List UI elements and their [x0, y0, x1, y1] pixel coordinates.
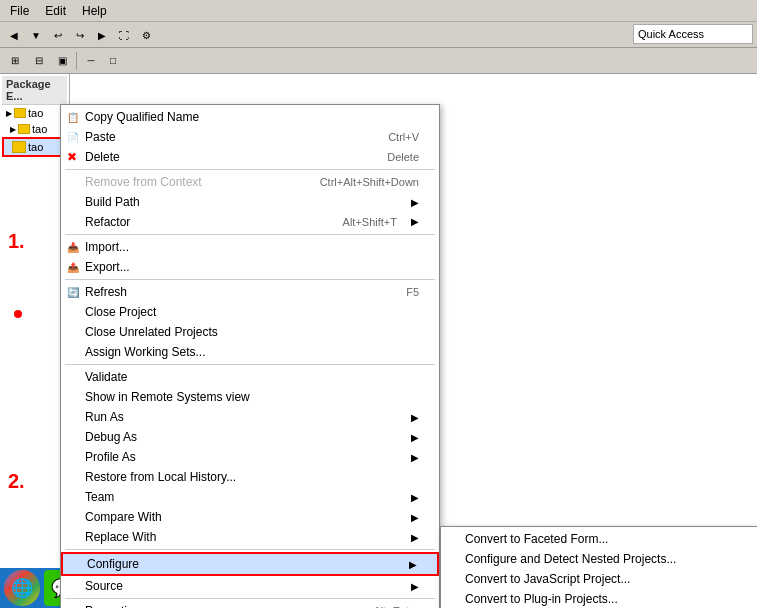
quick-access-box[interactable]: Quick Access	[633, 24, 753, 44]
menu-bar: File Edit Help	[0, 0, 757, 22]
toolbar-btn-3[interactable]: ↩	[48, 25, 68, 45]
menu-item-build-path[interactable]: Build Path ▶	[61, 192, 439, 212]
arrow-replace: ▶	[411, 532, 419, 543]
arrow-source: ▶	[411, 581, 419, 592]
menu-item-run-as[interactable]: Run As ▶	[61, 407, 439, 427]
menu-item-configure[interactable]: Configure ▶	[61, 552, 439, 576]
arrow-configure: ▶	[409, 559, 417, 570]
expand-icon-0: ▶	[6, 109, 12, 118]
menu-file[interactable]: File	[4, 0, 35, 21]
menu-item-delete[interactable]: ✖ Delete Delete	[61, 147, 439, 167]
menu-item-close-project[interactable]: Close Project	[61, 302, 439, 322]
context-menu: 📋 Copy Qualified Name 📄 Paste Ctrl+V ✖ D…	[60, 104, 440, 608]
folder-icon-1	[18, 124, 30, 134]
separator-2	[65, 234, 435, 235]
arrow-debug-as: ▶	[411, 432, 419, 443]
menu-item-close-unrelated[interactable]: Close Unrelated Projects	[61, 322, 439, 342]
sidebar-item-0[interactable]: ▶ tao	[2, 105, 67, 121]
menu-item-refactor[interactable]: Refactor Alt+Shift+T ▶	[61, 212, 439, 232]
toolbar-btn-1[interactable]: ◀	[4, 25, 24, 45]
arrow-refactor: ▶	[411, 216, 419, 228]
toolbar-btn-7[interactable]: ⚙	[136, 25, 156, 45]
arrow-run-as: ▶	[411, 412, 419, 423]
separator-5	[65, 549, 435, 550]
sidebar-item-2[interactable]: tao	[2, 137, 67, 157]
import-icon: 📥	[67, 242, 79, 253]
arrow-team: ▶	[411, 492, 419, 503]
separator-3	[65, 279, 435, 280]
paste-icon: 📄	[67, 132, 79, 143]
menu-item-import[interactable]: 📥 Import...	[61, 237, 439, 257]
configure-submenu: Convert to Faceted Form... Configure and…	[440, 526, 757, 608]
perspective-btn-3[interactable]: ▣	[52, 51, 72, 71]
submenu-item-javascript[interactable]: Convert to JavaScript Project...	[441, 569, 757, 589]
menu-edit[interactable]: Edit	[39, 0, 72, 21]
eclipse-header: File Edit Help ◀ ▼ ↩ ↪ ▶ ⛶ ⚙ Quick Acces…	[0, 0, 757, 48]
separator-6	[65, 598, 435, 599]
arrow-compare: ▶	[411, 512, 419, 523]
perspective-btn-1[interactable]: ⊞	[4, 51, 26, 71]
submenu-item-plugin[interactable]: Convert to Plug-in Projects...	[441, 589, 757, 608]
toolbar-separator	[76, 52, 77, 70]
item-label-2: tao	[28, 141, 43, 153]
toolbar-row-2: ⊞ ⊟ ▣ ─ □	[0, 48, 757, 74]
submenu-item-detect-nested[interactable]: Configure and Detect Nested Projects...	[441, 549, 757, 569]
menu-item-paste[interactable]: 📄 Paste Ctrl+V	[61, 127, 439, 147]
taskbar-chrome[interactable]: 🌐	[4, 570, 40, 606]
separator-1	[65, 169, 435, 170]
copy-icon: 📋	[67, 112, 79, 123]
submenu-item-faceted[interactable]: Convert to Faceted Form...	[441, 529, 757, 549]
perspective-btn-4[interactable]: ─	[81, 51, 101, 71]
menu-item-source[interactable]: Source ▶	[61, 576, 439, 596]
delete-icon: ✖	[67, 150, 77, 164]
arrow-profile-as: ▶	[411, 452, 419, 463]
menu-item-debug-as[interactable]: Debug As ▶	[61, 427, 439, 447]
menu-item-restore-history[interactable]: Restore from Local History...	[61, 467, 439, 487]
separator-4	[65, 364, 435, 365]
menu-item-copy-qualified[interactable]: 📋 Copy Qualified Name	[61, 107, 439, 127]
menu-item-team[interactable]: Team ▶	[61, 487, 439, 507]
menu-item-validate[interactable]: Validate	[61, 367, 439, 387]
menu-item-replace[interactable]: Replace With ▶	[61, 527, 439, 547]
menu-item-compare[interactable]: Compare With ▶	[61, 507, 439, 527]
refresh-icon: 🔄	[67, 287, 79, 298]
toolbar-btn-4[interactable]: ↪	[70, 25, 90, 45]
toolbar-btn-2[interactable]: ▼	[26, 25, 46, 45]
folder-icon-0	[14, 108, 26, 118]
toolbar-btn-6[interactable]: ⛶	[114, 25, 134, 45]
export-icon: 📤	[67, 262, 79, 273]
sidebar-item-1[interactable]: ▶ tao	[2, 121, 67, 137]
menu-item-export[interactable]: 📤 Export...	[61, 257, 439, 277]
menu-help[interactable]: Help	[76, 0, 113, 21]
folder-icon-2	[12, 141, 26, 153]
item-label-0: tao	[28, 107, 43, 119]
menu-item-assign-sets[interactable]: Assign Working Sets...	[61, 342, 439, 362]
item-label-1: tao	[32, 123, 47, 135]
quick-access-label: Quick Access	[638, 28, 704, 40]
perspective-btn-5[interactable]: □	[103, 51, 123, 71]
sidebar-title: Package E...	[2, 76, 67, 105]
toolbar-row: ◀ ▼ ↩ ↪ ▶ ⛶ ⚙ Quick Access	[0, 22, 757, 48]
menu-item-show-remote[interactable]: Show in Remote Systems view	[61, 387, 439, 407]
menu-item-remove-context[interactable]: Remove from Context Ctrl+Alt+Shift+Down	[61, 172, 439, 192]
main-area: Package E... ▶ tao ▶ tao tao 讲父类转为工程 📋 C…	[0, 74, 757, 608]
menu-item-profile-as[interactable]: Profile As ▶	[61, 447, 439, 467]
perspective-btn-2[interactable]: ⊟	[28, 51, 50, 71]
expand-icon-1: ▶	[10, 125, 16, 134]
toolbar-btn-5[interactable]: ▶	[92, 25, 112, 45]
arrow-build-path: ▶	[411, 197, 419, 208]
menu-item-properties[interactable]: Properties Alt+Enter	[61, 601, 439, 608]
menu-item-refresh[interactable]: 🔄 Refresh F5	[61, 282, 439, 302]
